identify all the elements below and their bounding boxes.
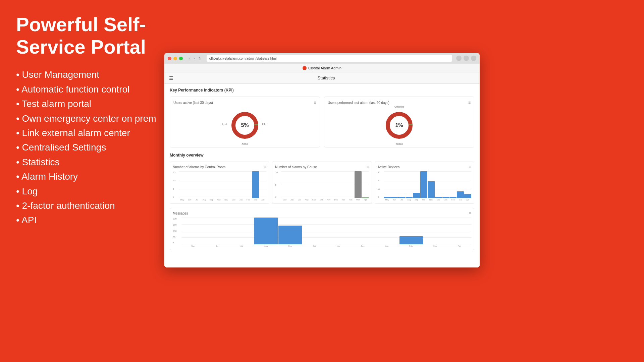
- messages-y-labels: 200 150 100 50 0: [173, 218, 177, 244]
- browser-action-2[interactable]: [464, 56, 469, 61]
- donut-chart-1-container: Lost Idle 5%: [173, 107, 316, 144]
- traffic-light-minimize[interactable]: [173, 57, 177, 60]
- donut-1-active-label: Active: [241, 143, 248, 145]
- active-devices-chart: Active Devices ≡ 30 20 10 0: [375, 162, 474, 204]
- x-label: Aug: [406, 199, 413, 201]
- bar: [420, 171, 427, 198]
- cause-title: Number of alarms by Cause: [275, 165, 317, 169]
- x-label: Dec: [351, 245, 375, 247]
- chart-2-menu[interactable]: ≡: [468, 100, 471, 105]
- bar: [391, 197, 398, 198]
- control-room-bar-area: 15 10 5 0: [173, 171, 266, 198]
- x-label: Jun: [391, 199, 398, 201]
- devices-menu[interactable]: ≡: [469, 165, 471, 169]
- donut-1-center-value: 5%: [241, 122, 249, 128]
- x-label: Mar: [423, 245, 447, 247]
- donut-chart-2-container: Untested 1% Tested: [328, 107, 471, 144]
- chart-2-header: Users performed test alarm (last 90 days…: [328, 100, 471, 105]
- donut-1-idle-label: Idle: [262, 123, 266, 125]
- x-label: Jan: [375, 245, 399, 247]
- monthly-section-title: Monthly overview: [170, 153, 474, 158]
- x-label: Jun: [186, 199, 193, 201]
- control-room-header: Number of alarms by Control Room ≡: [173, 165, 266, 169]
- bar: [428, 181, 435, 198]
- x-label: Apr: [259, 199, 266, 201]
- nav-forward-button[interactable]: ›: [192, 56, 196, 61]
- url-bar[interactable]: officert.crystalalarm.com/admin/statisti…: [207, 55, 452, 62]
- nav-refresh-button[interactable]: ↻: [197, 56, 203, 61]
- x-label: Nov: [326, 245, 350, 247]
- x-label: Mar: [252, 199, 259, 201]
- bar: [398, 197, 405, 198]
- bar: [384, 197, 391, 198]
- kpi-chart-1: Users active (last 30 days) ≡ Lost Idle: [170, 97, 320, 147]
- bullet-item: Statistics: [16, 155, 184, 169]
- cause-bars: [281, 171, 369, 198]
- cause-menu[interactable]: ≡: [367, 165, 369, 169]
- x-label: Dec: [435, 199, 442, 201]
- browser-action-3[interactable]: [471, 56, 476, 61]
- x-label: Jan: [340, 199, 347, 201]
- kpi-section: Key Performance Indicators (KPI) Users a…: [170, 88, 474, 147]
- bar: [406, 197, 413, 198]
- x-label: Aug: [254, 245, 278, 247]
- x-label: Apr: [464, 199, 471, 201]
- bullet-item: Alarm History: [16, 169, 184, 184]
- x-label: Aug: [303, 199, 310, 201]
- x-label: Jun: [206, 245, 229, 247]
- traffic-light-close[interactable]: [168, 57, 171, 60]
- messages-x-labels: MayJunJulAugSepOctNovDecJanFebMarApr: [173, 245, 471, 247]
- x-label: Oct: [302, 245, 326, 247]
- devices-bars: [384, 171, 471, 198]
- x-label: Jul: [296, 199, 303, 201]
- bar: [355, 171, 362, 198]
- left-panel: Powerful Self-Service Portal User Manage…: [16, 13, 184, 228]
- alarms-control-room-chart: Number of alarms by Control Room ≡ 15 10…: [170, 162, 269, 204]
- x-label: Dec: [230, 199, 237, 201]
- alarms-cause-chart: Number of alarms by Cause ≡ 10 5 0: [272, 162, 372, 204]
- messages-menu[interactable]: ≡: [469, 211, 471, 216]
- donut-2-center-value: 1%: [395, 122, 403, 128]
- monthly-charts-row: Number of alarms by Control Room ≡ 15 10…: [170, 162, 474, 204]
- kpi-charts-row: Users active (last 30 days) ≡ Lost Idle: [170, 97, 474, 147]
- x-label: May: [281, 199, 288, 201]
- bar: [399, 236, 423, 244]
- bullet-item: User Management: [16, 67, 184, 82]
- hamburger-icon[interactable]: ☰: [169, 75, 173, 81]
- bar: [464, 194, 471, 198]
- main-title: Powerful Self-Service Portal: [16, 13, 184, 58]
- chart-1-header: Users active (last 30 days) ≡: [173, 100, 316, 105]
- x-label: May: [384, 199, 391, 201]
- bar: [435, 197, 442, 198]
- tab-label: Crystal Alarm Admin: [308, 66, 341, 70]
- x-label: Jan: [442, 199, 449, 201]
- x-label: Jun: [288, 199, 296, 201]
- x-label: Jul: [230, 245, 254, 247]
- x-label: Nov: [223, 199, 230, 201]
- app-content: ☰ Statistics Key Performance Indicators …: [164, 72, 480, 267]
- x-label: Sep: [278, 245, 302, 247]
- chart-2-title: Users performed test alarm (last 90 days…: [328, 101, 389, 105]
- cause-x-labels: MayJunJulAugSepOctNovDecJanFebMarApr: [275, 199, 369, 201]
- bar: [254, 218, 278, 244]
- bullet-item: Test alarm portal: [16, 97, 184, 111]
- nav-back-button[interactable]: ‹: [187, 56, 191, 61]
- tab-title[interactable]: Crystal Alarm Admin: [303, 66, 341, 70]
- app-header: ☰ Statistics: [164, 72, 480, 84]
- x-label: May: [179, 199, 186, 201]
- bullet-item: Log: [16, 184, 184, 198]
- cause-y-labels: 10 5 0: [275, 171, 278, 198]
- messages-section: Messages ≡ 200 150 100 50 0: [170, 208, 474, 250]
- devices-x-labels: MayJunJulAugSepOctNovDecJanFebMarApr: [378, 199, 471, 201]
- browser-action-1[interactable]: [456, 56, 462, 61]
- bar: [457, 191, 464, 198]
- x-label: Mar: [355, 199, 362, 201]
- bullet-item: Centralised Settings: [16, 140, 184, 155]
- tab-bar: Crystal Alarm Admin: [164, 64, 480, 72]
- bullet-item: 2-factor authentication: [16, 198, 184, 213]
- chart-1-menu[interactable]: ≡: [314, 100, 316, 105]
- control-room-menu[interactable]: ≡: [264, 165, 266, 169]
- traffic-light-maximize[interactable]: [179, 57, 183, 60]
- messages-title: Messages: [173, 212, 188, 215]
- browser-window: ‹ › ↻ officert.crystalalarm.com/admin/st…: [164, 53, 480, 267]
